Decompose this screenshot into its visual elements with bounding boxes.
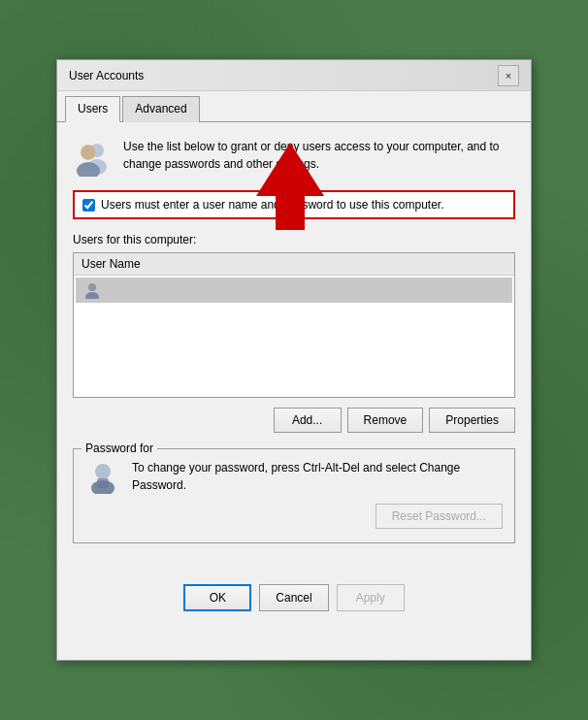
users-icon xyxy=(73,138,112,177)
intro-section: Use the list below to grant or deny user… xyxy=(73,138,515,177)
password-icon xyxy=(85,459,120,494)
svg-point-5 xyxy=(88,283,96,291)
checkbox-section: Users must enter a user name and passwor… xyxy=(73,190,515,219)
apply-button[interactable]: Apply xyxy=(337,584,405,611)
window-title: User Accounts xyxy=(69,69,144,82)
intro-text: Use the list below to grant or deny user… xyxy=(123,138,515,173)
password-text: To change your password, press Ctrl-Alt-… xyxy=(132,459,503,494)
tab-advanced[interactable]: Advanced xyxy=(122,96,199,122)
tab-content: Use the list below to grant or deny user… xyxy=(57,122,531,574)
password-group-label: Password for xyxy=(82,442,157,455)
password-group: Password for To change your password, pr… xyxy=(73,448,515,543)
user-accounts-dialog: User Accounts × Users Advanced xyxy=(56,59,532,661)
user-name-cell xyxy=(109,282,505,298)
tab-users[interactable]: Users xyxy=(65,96,120,122)
require-login-checkbox[interactable] xyxy=(82,199,95,212)
add-button[interactable]: Add... xyxy=(274,408,342,433)
user-action-buttons: Add... Remove Properties xyxy=(73,408,515,433)
reset-btn-row: Reset Password... xyxy=(132,504,503,529)
remove-button[interactable]: Remove xyxy=(347,408,424,433)
svg-point-7 xyxy=(95,464,111,479)
list-column-header: User Name xyxy=(74,253,514,276)
reset-password-button[interactable]: Reset Password... xyxy=(376,504,503,529)
bottom-buttons: OK Cancel Apply xyxy=(57,574,531,627)
svg-point-6 xyxy=(85,292,99,299)
list-item[interactable] xyxy=(76,278,512,303)
password-section: To change your password, press Ctrl-Alt-… xyxy=(85,459,503,529)
close-button[interactable]: × xyxy=(498,65,519,86)
title-bar: User Accounts × xyxy=(57,60,531,91)
require-login-label[interactable]: Users must enter a user name and passwor… xyxy=(101,198,444,212)
cancel-button[interactable]: Cancel xyxy=(259,584,328,611)
ok-button[interactable]: OK xyxy=(183,584,251,611)
users-list: User Name xyxy=(73,252,515,398)
user-icon-small xyxy=(83,281,101,299)
tab-bar: Users Advanced xyxy=(57,91,531,122)
users-section-label: Users for this computer: xyxy=(73,233,515,246)
svg-rect-9 xyxy=(97,478,109,488)
properties-button[interactable]: Properties xyxy=(429,408,515,433)
svg-point-4 xyxy=(82,146,95,159)
password-description: To change your password, press Ctrl-Alt-… xyxy=(132,459,503,529)
